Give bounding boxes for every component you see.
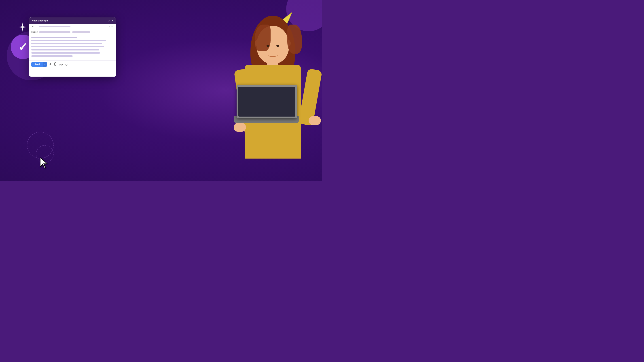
compose-toolbar: Send ▾ A ☺ [29,60,116,68]
compose-content-area[interactable] [29,35,116,60]
maximize-button[interactable]: ⤢ [108,19,110,22]
send-dropdown-button[interactable]: ▾ [43,62,47,67]
content-line-4 [31,46,104,47]
link-icon[interactable] [59,63,62,66]
send-button[interactable]: Send [31,62,43,67]
content-line-7 [31,55,73,57]
subject-input-placeholder-1[interactable] [39,31,70,33]
close-button[interactable]: ✕ [112,19,114,22]
cc-bcc-label[interactable]: Cc Bcc [108,25,114,27]
content-line-6 [31,52,100,54]
content-line-2 [31,40,106,41]
emoji-icon[interactable]: ☺ [65,63,68,66]
to-field-row: To Cc Bcc [29,24,116,29]
content-line-3 [31,43,102,44]
titlebar-controls: — ⤢ ✕ [104,19,114,22]
content-line-5 [31,49,99,50]
subject-field-row: Subject [29,29,116,35]
format-text-icon[interactable]: A [49,62,51,66]
mouse-cursor [39,157,49,170]
subject-input-placeholder-2[interactable] [72,31,90,33]
compose-window: New Message — ⤢ ✕ To Cc Bcc Subject [29,17,116,77]
person-image [228,13,322,181]
sparkle-icon-1 [18,22,27,34]
to-label: To [31,25,39,27]
to-input-placeholder[interactable] [39,26,70,27]
compose-body: To Cc Bcc Subject Send ▾ A [29,24,116,68]
minimize-button[interactable]: — [104,19,106,22]
compose-titlebar: New Message — ⤢ ✕ [29,17,116,24]
content-line-1 [31,37,77,38]
subject-label: Subject [31,31,39,33]
attach-icon[interactable] [54,62,57,67]
send-button-group: Send ▾ [31,62,47,67]
compose-title: New Message [32,19,48,22]
